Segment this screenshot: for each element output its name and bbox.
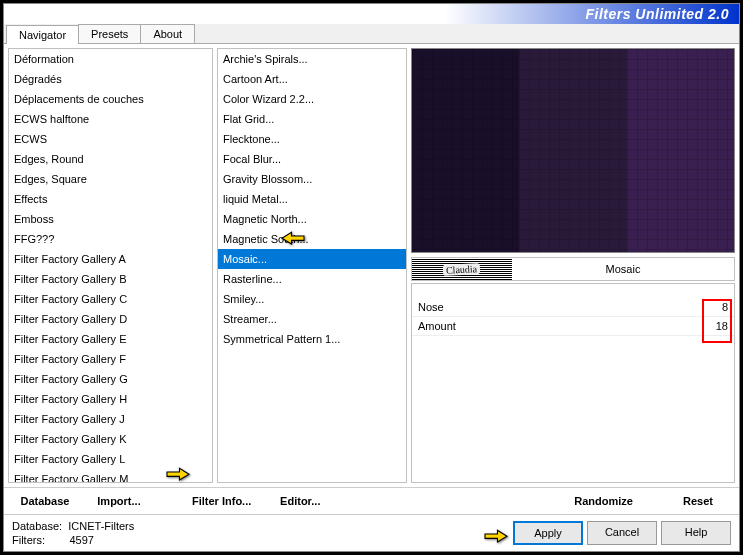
list-item[interactable]: Filter Factory Gallery B	[9, 269, 212, 289]
list-item[interactable]: Filter Factory Gallery D	[9, 309, 212, 329]
filter-list[interactable]: Archie's Spirals...Cartoon Art...Color W…	[217, 48, 407, 483]
tab-about[interactable]: About	[140, 24, 195, 43]
list-item[interactable]: Filter Factory Gallery A	[9, 249, 212, 269]
status-bar: Database: ICNET-Filters Filters: 4597 Ap…	[4, 514, 739, 551]
parameter-panel: Nose 8 Amount 18	[411, 283, 735, 483]
param-label: Nose	[418, 301, 444, 313]
list-item[interactable]: Cartoon Art...	[218, 69, 406, 89]
filter-info-button[interactable]: Filter Info...	[182, 492, 261, 510]
editor-button[interactable]: Editor...	[265, 492, 335, 510]
list-item[interactable]: Filter Factory Gallery K	[9, 429, 212, 449]
reset-button[interactable]: Reset	[663, 492, 733, 510]
list-item[interactable]: Smiley...	[218, 289, 406, 309]
list-item[interactable]: Flat Grid...	[218, 109, 406, 129]
tab-navigator[interactable]: Navigator	[6, 25, 79, 44]
list-item[interactable]: Flecktone...	[218, 129, 406, 149]
dialog-buttons: Apply Cancel Help	[513, 521, 731, 545]
cancel-button[interactable]: Cancel	[587, 521, 657, 545]
list-item[interactable]: Filter Factory Gallery F	[9, 349, 212, 369]
param-label: Amount	[418, 320, 456, 332]
import-button[interactable]: Import...	[84, 492, 154, 510]
list-item[interactable]: Dégradés	[9, 69, 212, 89]
titlebar: Filters Unlimited 2.0	[4, 4, 739, 24]
list-item[interactable]: Symmetrical Pattern 1...	[218, 329, 406, 349]
status-info: Database: ICNET-Filters Filters: 4597	[12, 519, 134, 547]
database-button[interactable]: Database	[10, 492, 80, 510]
author-logo	[412, 258, 512, 280]
main-area: DéformationDégradésDéplacements de couch…	[4, 44, 739, 487]
list-item[interactable]: Filter Factory Gallery G	[9, 369, 212, 389]
app-title: Filters Unlimited 2.0	[585, 6, 729, 22]
help-button[interactable]: Help	[661, 521, 731, 545]
pointer-hand-icon	[481, 523, 511, 545]
list-item[interactable]: Focal Blur...	[218, 149, 406, 169]
list-item[interactable]: Filter Factory Gallery C	[9, 289, 212, 309]
list-item[interactable]: Gravity Blossom...	[218, 169, 406, 189]
param-row[interactable]: Amount 18	[412, 317, 734, 336]
tab-bar: Navigator Presets About	[4, 24, 739, 44]
list-item[interactable]: Edges, Round	[9, 149, 212, 169]
list-item[interactable]: Magnetic South...	[218, 229, 406, 249]
param-row[interactable]: Nose 8	[412, 298, 734, 317]
list-item[interactable]: ECWS halftone	[9, 109, 212, 129]
list-item[interactable]: Déformation	[9, 49, 212, 69]
preview-column: Mosaic Nose 8 Amount 18	[411, 48, 735, 483]
randomize-button[interactable]: Randomize	[564, 492, 643, 510]
filter-column: Archie's Spirals...Cartoon Art...Color W…	[217, 48, 407, 483]
list-item[interactable]: Filter Factory Gallery L	[9, 449, 212, 469]
preview-image	[411, 48, 735, 253]
list-item[interactable]: liquid Metal...	[218, 189, 406, 209]
list-item[interactable]: Rasterline...	[218, 269, 406, 289]
list-item[interactable]: Mosaic...	[218, 249, 406, 269]
list-item[interactable]: Color Wizard 2.2...	[218, 89, 406, 109]
list-item[interactable]: Déplacements de couches	[9, 89, 212, 109]
apply-button[interactable]: Apply	[513, 521, 583, 545]
list-item[interactable]: Emboss	[9, 209, 212, 229]
list-item[interactable]: FFG???	[9, 229, 212, 249]
list-item[interactable]: Magnetic North...	[218, 209, 406, 229]
param-value: 8	[698, 301, 728, 313]
param-value: 18	[698, 320, 728, 332]
list-item[interactable]: ECWS	[9, 129, 212, 149]
toolbar: Database Import... Filter Info... Editor…	[4, 487, 739, 514]
list-item[interactable]: Filter Factory Gallery J	[9, 409, 212, 429]
filter-name: Mosaic	[512, 263, 734, 275]
list-item[interactable]: Edges, Square	[9, 169, 212, 189]
category-column: DéformationDégradésDéplacements de couch…	[8, 48, 213, 483]
list-item[interactable]: Filter Factory Gallery H	[9, 389, 212, 409]
list-item[interactable]: Filter Factory Gallery M	[9, 469, 212, 483]
category-list[interactable]: DéformationDégradésDéplacements de couch…	[8, 48, 213, 483]
list-item[interactable]: Archie's Spirals...	[218, 49, 406, 69]
filter-header: Mosaic	[411, 257, 735, 281]
list-item[interactable]: Effects	[9, 189, 212, 209]
list-item[interactable]: Filter Factory Gallery E	[9, 329, 212, 349]
tab-presets[interactable]: Presets	[78, 24, 141, 43]
main-window: Filters Unlimited 2.0 Navigator Presets …	[3, 3, 740, 552]
list-item[interactable]: Streamer...	[218, 309, 406, 329]
